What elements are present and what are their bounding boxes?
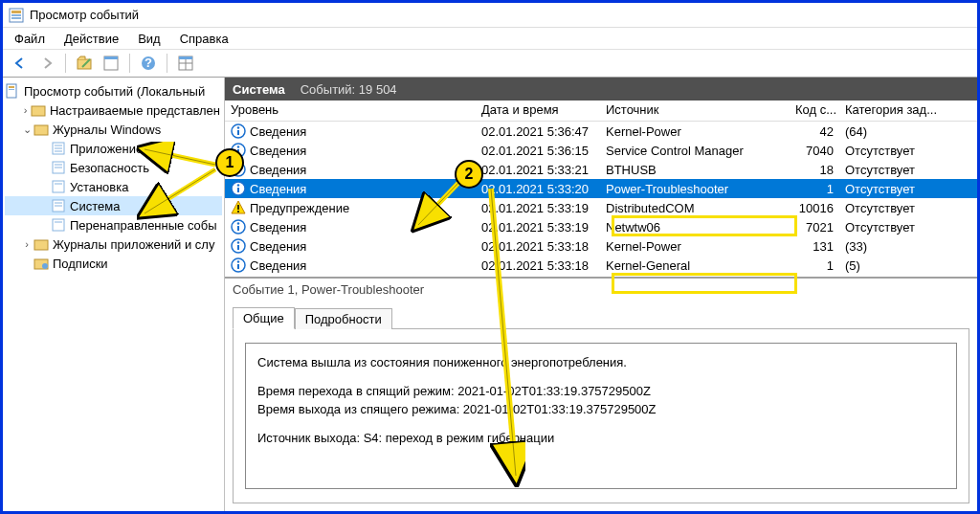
cell-level: Сведения [250,124,306,139]
cell-code: 42 [790,123,839,140]
cell-code: 10016 [790,200,839,216]
tree-windows-logs[interactable]: ⌄ Журналы Windows [5,120,222,139]
tree-application[interactable]: Приложение [5,139,222,158]
svg-rect-32 [34,240,48,250]
tab-general[interactable]: Общие [233,307,295,329]
svg-point-43 [237,165,239,167]
table-row[interactable]: Сведения02.01.2021 5:33:20Power-Troubles… [225,179,977,198]
svg-point-52 [237,222,239,224]
table-row[interactable]: Сведения02.01.2021 5:33:19Netwtw067021От… [225,217,977,236]
options-button[interactable] [100,52,122,75]
collapse-icon[interactable]: ⌄ [20,123,33,136]
menu-help[interactable]: Справка [172,30,236,48]
browse-button[interactable] [73,52,96,75]
cell-category: Отсутствует [839,162,954,178]
cell-source: Kernel-Power [600,123,790,140]
table-row[interactable]: Сведения02.01.2021 5:36:47Kernel-Power42… [225,122,977,141]
cell-date: 02.01.2021 5:33:20 [476,181,600,197]
table-row[interactable]: Сведения02.01.2021 5:36:15Service Contro… [225,141,977,160]
tree-setup[interactable]: Установка [5,177,222,196]
tree-security[interactable]: Безопасность [5,158,222,177]
folder-icon [31,102,46,118]
title-bar: Просмотр событий [3,3,977,28]
table-row[interactable]: Сведения02.01.2021 5:33:21BTHUSB18Отсутс… [225,160,977,179]
tree-label: Просмотр событий (Локальный [24,84,205,99]
tree-forwarded[interactable]: Перенаправленные собы [5,215,222,235]
info-icon [231,257,246,273]
col-cat[interactable]: Категория зад... [839,101,954,121]
grid-body: Сведения02.01.2021 5:36:47Kernel-Power42… [225,122,977,275]
toolbar-separator [65,54,66,73]
tree-label: Установка [70,180,128,194]
desc-line: Система вышла из состояния пониженного э… [257,353,945,372]
svg-rect-3 [11,17,21,19]
app-icon [9,8,24,23]
event-viewer-window: Просмотр событий Файл Действие Вид Справ… [3,3,977,511]
log-icon [51,141,66,156]
svg-rect-30 [53,219,64,231]
document-icon [5,83,20,99]
log-icon [51,217,66,233]
cell-code: 7040 [790,143,839,159]
log-icon [51,198,66,213]
toolbar-separator [129,54,130,73]
tree-custom-views[interactable]: › Настраиваемые представлен [5,101,222,120]
col-date[interactable]: Дата и время [476,101,600,121]
cell-level: Сведения [250,258,306,273]
svg-rect-1 [11,11,21,13]
cell-code: 18 [790,162,839,178]
svg-rect-39 [237,149,239,154]
menu-action[interactable]: Действие [56,30,126,48]
cell-code: 7021 [790,219,839,235]
menu-view[interactable]: Вид [130,30,168,48]
tree-root[interactable]: Просмотр событий (Локальный [5,81,222,101]
folder-icon [33,236,49,252]
col-level[interactable]: Уровень [225,101,476,121]
main-pane: Система Событий: 19 504 Уровень Дата и в… [225,78,977,511]
svg-rect-25 [53,181,64,192]
expand-icon[interactable]: › [20,104,31,116]
tree-system[interactable]: Система [5,196,222,215]
info-icon [231,181,246,196]
menu-file[interactable]: Файл [7,30,53,48]
table-row[interactable]: Предупреждение02.01.2021 5:33:19Distribu… [225,198,977,217]
info-icon [231,238,246,254]
cell-level: Сведения [250,220,306,235]
tree-app-services[interactable]: › Журналы приложений и слу [5,235,222,254]
tree-label: Приложение [70,142,143,156]
back-button[interactable] [9,52,32,75]
cell-date: 02.01.2021 5:33:19 [476,219,600,235]
tab-content-general: Система вышла из состояния пониженного э… [233,328,969,503]
info-icon [231,123,246,139]
svg-point-49 [237,211,239,212]
cell-category: Отсутствует [839,143,954,159]
svg-rect-6 [104,56,118,59]
col-code[interactable]: Код с... [790,101,839,121]
expand-icon[interactable]: › [20,238,33,250]
table-row[interactable]: Сведения02.01.2021 5:33:18Kernel-Power13… [225,236,977,256]
help-button[interactable]: ? [137,52,160,75]
svg-rect-48 [237,205,239,210]
cell-category: (64) [839,123,954,140]
navigation-tree[interactable]: Просмотр событий (Локальный › Настраивае… [3,78,225,511]
tree-subscriptions[interactable]: Подписки [5,254,222,273]
tab-details[interactable]: Подробности [295,308,392,329]
svg-point-34 [42,263,48,269]
svg-rect-51 [237,226,239,231]
cell-date: 02.01.2021 5:33:21 [476,162,600,178]
grid-button[interactable] [174,52,197,75]
cell-date: 02.01.2021 5:33:18 [476,238,600,255]
details-tabs: Общие Подробности [225,301,977,328]
cell-category: Отсутствует [839,200,954,216]
cell-date: 02.01.2021 5:33:18 [476,257,600,274]
table-row[interactable]: Сведения02.01.2021 5:33:18Kernel-General… [225,256,977,275]
cell-category: Отсутствует [839,181,954,197]
forward-button[interactable] [35,52,58,75]
cell-code: 1 [790,181,839,197]
info-icon [231,143,246,158]
cell-source: BTHUSB [600,162,790,178]
svg-rect-36 [237,130,239,135]
col-source[interactable]: Источник [600,101,790,121]
cell-source: Service Control Manager [600,143,790,159]
cell-category: Отсутствует [839,219,954,235]
